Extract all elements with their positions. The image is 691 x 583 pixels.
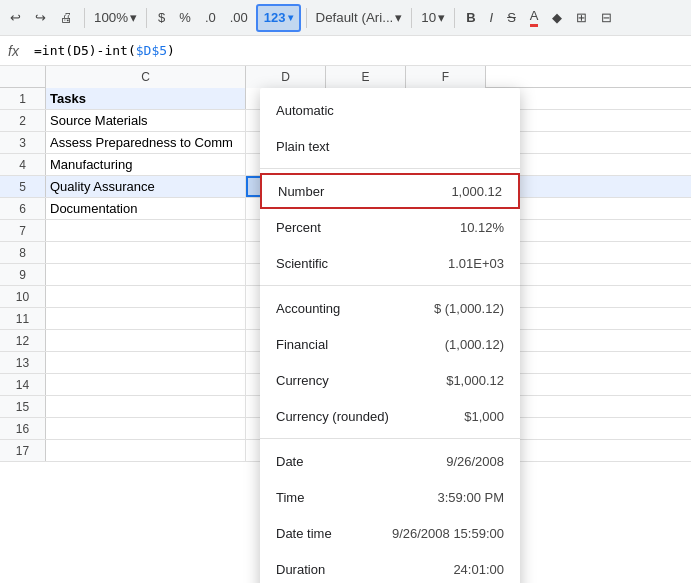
text-color-label: A <box>530 8 539 27</box>
menu-item-automatic[interactable]: Automatic <box>260 92 520 128</box>
row-num: 8 <box>0 242 46 263</box>
currency-button[interactable]: $ <box>152 4 171 32</box>
print-button[interactable]: 🖨 <box>54 4 79 32</box>
percent-button[interactable]: % <box>173 4 197 32</box>
menu-separator <box>260 285 520 286</box>
menu-item-label: Automatic <box>276 103 504 118</box>
text-color-button[interactable]: A <box>524 4 545 32</box>
format-dropdown[interactable]: 123 ▾ <box>256 4 301 32</box>
menu-item-currency-rounded[interactable]: Currency (rounded) $1,000 <box>260 398 520 434</box>
menu-item-value: 9/26/2008 <box>446 454 504 469</box>
sheet-area: C D E F 1 Tasks s on Task 2 Source Mater… <box>0 66 691 583</box>
menu-separator <box>260 438 520 439</box>
decimal-increase-button[interactable]: .00 <box>224 4 254 32</box>
menu-item-date[interactable]: Date 9/26/2008 <box>260 443 520 479</box>
row-num: 5 <box>0 176 46 197</box>
row-num: 12 <box>0 330 46 351</box>
menu-item-label: Financial <box>276 337 445 352</box>
undo-button[interactable]: ↩ <box>4 4 27 32</box>
row-num: 2 <box>0 110 46 131</box>
menu-item-value: $1,000.12 <box>446 373 504 388</box>
row-num: 3 <box>0 132 46 153</box>
formula-highlight: $D$5 <box>136 43 167 58</box>
active-format-label: 123 <box>264 10 286 25</box>
menu-item-currency[interactable]: Currency $1,000.12 <box>260 362 520 398</box>
toolbar-divider-1 <box>84 8 85 28</box>
format-dropdown-menu: Automatic Plain text Number 1,000.12 Per… <box>260 88 520 583</box>
menu-item-value: $ (1,000.12) <box>434 301 504 316</box>
menu-item-value: $1,000 <box>464 409 504 424</box>
cell[interactable]: Manufacturing <box>46 154 246 175</box>
menu-item-label: Currency <box>276 373 446 388</box>
row-num: 11 <box>0 308 46 329</box>
toolbar-divider-3 <box>306 8 307 28</box>
fill-color-button[interactable]: ◆ <box>546 4 568 32</box>
menu-item-label: Scientific <box>276 256 448 271</box>
menu-item-value: 1,000.12 <box>451 184 502 199</box>
toolbar-divider-2 <box>146 8 147 28</box>
menu-item-accounting[interactable]: Accounting $ (1,000.12) <box>260 290 520 326</box>
menu-item-duration[interactable]: Duration 24:01:00 <box>260 551 520 583</box>
cell[interactable]: Assess Preparedness to Comm <box>46 132 246 153</box>
menu-item-label: Number <box>278 184 451 199</box>
corner-header <box>0 66 46 87</box>
row-num: 15 <box>0 396 46 417</box>
toolbar-divider-5 <box>454 8 455 28</box>
font-name: Default (Ari... <box>316 10 394 25</box>
row-num: 13 <box>0 352 46 373</box>
menu-item-number[interactable]: Number 1,000.12 <box>260 173 520 209</box>
col-header-c[interactable]: C <box>46 66 246 88</box>
font-dropdown[interactable]: Default (Ari... ▾ <box>312 4 407 32</box>
menu-separator <box>260 168 520 169</box>
menu-item-percent[interactable]: Percent 10.12% <box>260 209 520 245</box>
menu-item-label: Currency (rounded) <box>276 409 464 424</box>
font-size-value: 10 <box>421 10 436 25</box>
zoom-value: 100% <box>94 10 128 25</box>
zoom-arrow: ▾ <box>130 10 137 25</box>
font-size-dropdown[interactable]: 10 ▾ <box>417 4 449 32</box>
menu-item-value: 3:59:00 PM <box>438 490 505 505</box>
formula-bar: fx =int(D5)-int($D$5) <box>0 36 691 66</box>
col-header-e[interactable]: E <box>326 66 406 88</box>
menu-item-plain-text[interactable]: Plain text <box>260 128 520 164</box>
col-header-d[interactable]: D <box>246 66 326 88</box>
italic-button[interactable]: I <box>484 4 500 32</box>
menu-item-scientific[interactable]: Scientific 1.01E+03 <box>260 245 520 281</box>
menu-item-time[interactable]: Time 3:59:00 PM <box>260 479 520 515</box>
strikethrough-button[interactable]: S <box>501 4 522 32</box>
merge-button[interactable]: ⊟ <box>595 4 618 32</box>
menu-item-value: (1,000.12) <box>445 337 504 352</box>
menu-item-datetime[interactable]: Date time 9/26/2008 15:59:00 <box>260 515 520 551</box>
column-headers: C D E F <box>0 66 691 88</box>
cell[interactable]: Source Materials <box>46 110 246 131</box>
row-num: 7 <box>0 220 46 241</box>
row-num: 1 <box>0 88 46 109</box>
formula-content: =int(D5)-int($D$5) <box>34 43 175 58</box>
decimal-decrease-button[interactable]: .0 <box>199 4 222 32</box>
cell[interactable]: Quality Assurance <box>46 176 246 197</box>
redo-button[interactable]: ↪ <box>29 4 52 32</box>
toolbar-divider-4 <box>411 8 412 28</box>
borders-button[interactable]: ⊞ <box>570 4 593 32</box>
col-header-f[interactable]: F <box>406 66 486 88</box>
cell[interactable]: Tasks <box>46 88 246 109</box>
menu-item-value: 1.01E+03 <box>448 256 504 271</box>
row-num: 16 <box>0 418 46 439</box>
fx-label: fx <box>8 43 28 59</box>
menu-item-label: Time <box>276 490 438 505</box>
row-num: 10 <box>0 286 46 307</box>
menu-item-label: Accounting <box>276 301 434 316</box>
cell[interactable]: Documentation <box>46 198 246 219</box>
menu-item-label: Plain text <box>276 139 504 154</box>
zoom-dropdown[interactable]: 100% ▾ <box>90 4 141 32</box>
row-num: 4 <box>0 154 46 175</box>
row-num: 9 <box>0 264 46 285</box>
active-format-arrow: ▾ <box>288 12 293 23</box>
font-arrow: ▾ <box>395 10 402 25</box>
menu-item-value: 10.12% <box>460 220 504 235</box>
menu-item-financial[interactable]: Financial (1,000.12) <box>260 326 520 362</box>
row-num: 6 <box>0 198 46 219</box>
menu-item-label: Percent <box>276 220 460 235</box>
menu-item-value: 24:01:00 <box>453 562 504 577</box>
bold-button[interactable]: B <box>460 4 481 32</box>
